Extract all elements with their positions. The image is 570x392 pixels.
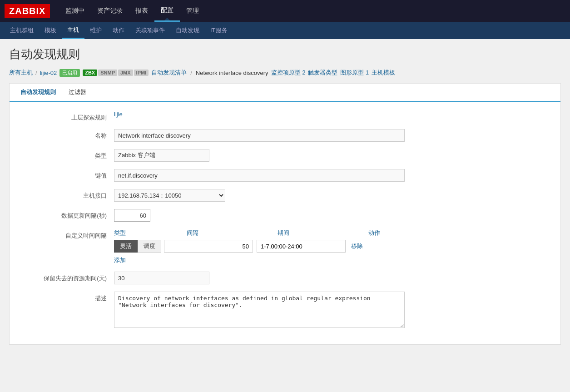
breadcrumb: 所有主机 / lijie-02 已启用 ZBX SNMP JMX IPMI 自动… bbox=[9, 69, 561, 77]
nav-auto-discovery[interactable]: 自动发现 bbox=[170, 22, 205, 39]
update-interval-input[interactable] bbox=[114, 209, 150, 222]
page-content: 自动发现规则 所有主机 / lijie-02 已启用 ZBX SNMP JMX … bbox=[0, 39, 570, 352]
interval-type-toggle: 灵活 调度 bbox=[114, 240, 161, 253]
label-update-interval: 数据更新间隔(秒) bbox=[23, 209, 114, 220]
form-row-description: 描述 Discovery of network interfaces as de… bbox=[23, 292, 547, 328]
tab-bar: 自动发现规则 过滤器 bbox=[10, 84, 560, 102]
form-row-type: 类型 bbox=[23, 149, 547, 162]
nav-host-groups[interactable]: 主机群组 bbox=[5, 22, 39, 39]
logo: ZABBIX bbox=[5, 4, 50, 18]
value-interface: 192.168.75.134：10050 bbox=[114, 189, 547, 202]
form-row-name: 名称 bbox=[23, 129, 547, 142]
form-body: 上层探索规则 lijie 名称 类型 键值 bbox=[10, 102, 560, 344]
value-description: Discovery of network interfaces as defin… bbox=[114, 292, 547, 328]
tab-filter[interactable]: 过滤器 bbox=[62, 84, 93, 102]
breadcrumb-sep2: / bbox=[190, 69, 192, 76]
value-custom-interval: 类型 间隔 期间 动作 灵活 调度 bbox=[114, 229, 547, 264]
breadcrumb-all-hosts[interactable]: 所有主机 bbox=[9, 69, 33, 77]
value-keep-lost bbox=[114, 272, 547, 284]
label-key: 键值 bbox=[23, 169, 114, 180]
form-row-interface: 主机接口 192.168.75.134：10050 bbox=[23, 189, 547, 202]
interval-header-interval: 间隔 bbox=[187, 229, 278, 237]
breadcrumb-host[interactable]: lijie-02 bbox=[40, 69, 57, 76]
interface-select[interactable]: 192.168.75.134：10050 bbox=[114, 189, 225, 202]
breadcrumb-monitoring-items[interactable]: 监控项原型 2 bbox=[271, 69, 306, 77]
page-title: 自动发现规则 bbox=[9, 46, 561, 62]
interval-header-period: 期间 bbox=[278, 229, 368, 237]
name-input[interactable] bbox=[114, 129, 405, 142]
form-row-custom-interval: 自定义时间间隔 类型 间隔 期间 动作 灵活 bbox=[23, 229, 547, 264]
nav-hosts[interactable]: 主机 bbox=[62, 22, 84, 39]
interval-section: 类型 间隔 期间 动作 灵活 调度 bbox=[114, 229, 547, 264]
top-navigation: ZABBIX 监测中 资产记录 报表 配置 管理 bbox=[0, 0, 570, 22]
label-custom-interval: 自定义时间间隔 bbox=[23, 229, 114, 240]
second-navigation: 主机群组 模板 主机 维护 动作 关联项事件 自动发现 IT服务 bbox=[0, 22, 570, 39]
tab-discovery-rule[interactable]: 自动发现规则 bbox=[14, 84, 62, 102]
nav-reports[interactable]: 报表 bbox=[129, 0, 154, 22]
form-row-parent-rule: 上层探索规则 lijie bbox=[23, 111, 547, 122]
btn-flexible[interactable]: 灵活 bbox=[114, 240, 138, 253]
description-textarea[interactable]: Discovery of network interfaces as defin… bbox=[114, 292, 405, 328]
breadcrumb-graph-prototypes[interactable]: 图形原型 1 bbox=[340, 69, 369, 77]
nav-config[interactable]: 配置 bbox=[154, 0, 180, 22]
badge-zbx: ZBX bbox=[83, 69, 97, 76]
keep-lost-input[interactable] bbox=[114, 272, 209, 284]
value-key bbox=[114, 169, 547, 182]
form-row-keep-lost: 保留失去的资源期间(天) bbox=[23, 272, 547, 284]
label-interface: 主机接口 bbox=[23, 189, 114, 200]
protocol-badges: ZBX SNMP JMX IPMI bbox=[83, 69, 149, 76]
nav-templates[interactable]: 模板 bbox=[39, 22, 62, 39]
main-card: 自动发现规则 过滤器 上层探索规则 lijie 名称 类型 bbox=[9, 83, 561, 345]
add-interval-row: 添加 bbox=[114, 256, 547, 264]
nav-monitoring[interactable]: 监测中 bbox=[59, 0, 91, 22]
nav-it-services[interactable]: IT服务 bbox=[205, 22, 233, 39]
breadcrumb-sep1: / bbox=[35, 69, 37, 76]
interval-header: 类型 间隔 期间 动作 bbox=[114, 229, 547, 237]
breadcrumb-current: Network interface discovery bbox=[196, 69, 268, 76]
type-input[interactable] bbox=[114, 149, 209, 162]
nav-event-correlation[interactable]: 关联项事件 bbox=[130, 22, 170, 39]
status-badge-enabled: 已启用 bbox=[59, 69, 80, 77]
label-type: 类型 bbox=[23, 149, 114, 160]
breadcrumb-host-templates[interactable]: 主机模板 bbox=[372, 69, 395, 77]
interval-header-type: 类型 bbox=[114, 229, 187, 237]
period-value-input[interactable] bbox=[257, 240, 346, 253]
breadcrumb-discovery-list[interactable]: 自动发现清单 bbox=[151, 69, 187, 77]
form-row-update-interval: 数据更新间隔(秒) bbox=[23, 209, 547, 222]
nav-admin[interactable]: 管理 bbox=[180, 0, 205, 22]
nav-maintenance[interactable]: 维护 bbox=[84, 22, 107, 39]
label-description: 描述 bbox=[23, 292, 114, 303]
value-parent-rule: lijie bbox=[114, 111, 547, 118]
btn-scheduled[interactable]: 调度 bbox=[138, 240, 161, 253]
value-update-interval bbox=[114, 209, 547, 222]
value-type bbox=[114, 149, 547, 162]
label-name: 名称 bbox=[23, 129, 114, 140]
interval-header-action: 动作 bbox=[368, 229, 405, 237]
interval-row: 灵活 调度 移除 bbox=[114, 240, 547, 253]
form-row-key: 键值 bbox=[23, 169, 547, 182]
label-keep-lost: 保留失去的资源期间(天) bbox=[23, 272, 114, 283]
nav-assets[interactable]: 资产记录 bbox=[91, 0, 129, 22]
badge-jmx: JMX bbox=[118, 69, 133, 76]
badge-ipmi: IPMI bbox=[134, 69, 149, 76]
nav-actions[interactable]: 动作 bbox=[107, 22, 130, 39]
key-input[interactable] bbox=[114, 169, 405, 182]
value-name bbox=[114, 129, 547, 142]
add-interval-link[interactable]: 添加 bbox=[114, 257, 126, 263]
remove-interval-link[interactable]: 移除 bbox=[351, 242, 363, 250]
parent-rule-link[interactable]: lijie bbox=[114, 111, 123, 118]
breadcrumb-trigger-types[interactable]: 触发器类型 bbox=[308, 69, 337, 77]
badge-snmp: SNMP bbox=[98, 69, 117, 76]
label-parent-rule: 上层探索规则 bbox=[23, 111, 114, 122]
interval-value-input[interactable] bbox=[164, 240, 253, 253]
